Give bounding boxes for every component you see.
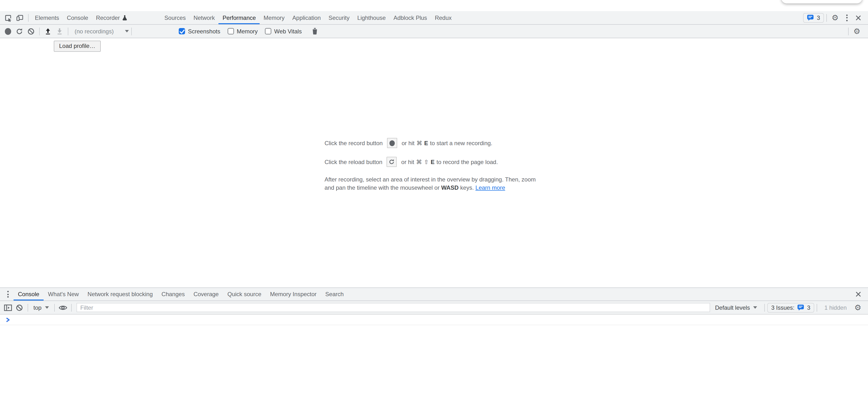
save-profile-button[interactable]	[54, 25, 65, 37]
divider	[131, 27, 132, 35]
console-issues-button[interactable]: 3 Issues: 3	[767, 303, 814, 312]
drawer-tabbar: Console What's New Network request block…	[0, 287, 868, 301]
load-profile-tooltip: Load profile…	[54, 41, 100, 52]
memory-checkbox-group[interactable]: Memory	[227, 28, 258, 35]
tab-label: Security	[329, 14, 349, 21]
inspect-element-button[interactable]	[2, 12, 14, 24]
drawer-tab-network-request-blocking[interactable]: Network request blocking	[83, 288, 157, 301]
settings-gear-icon: ⚙	[855, 304, 862, 311]
divider	[826, 14, 827, 22]
record-and-reload-button[interactable]	[13, 25, 25, 37]
instruction-text: Click the reload button	[324, 159, 382, 165]
drawer-tab-coverage[interactable]: Coverage	[189, 288, 223, 301]
log-levels-select[interactable]: Default levels	[715, 304, 757, 311]
tab-recorder[interactable]: Recorder	[92, 11, 131, 24]
drawer-tab-changes[interactable]: Changes	[157, 288, 189, 301]
tab-label: Redux	[435, 14, 452, 21]
console-settings-button[interactable]: ⚙	[852, 302, 864, 313]
checkbox-label: Web Vitals	[274, 28, 302, 35]
tab-label: What's New	[48, 291, 79, 298]
divider	[28, 304, 28, 311]
recordings-select-value: (no recordings)	[74, 28, 114, 35]
more-options-button[interactable]	[841, 12, 852, 24]
tab-network[interactable]: Network	[190, 11, 219, 24]
performance-panel: Load profile… Click the record button or…	[0, 38, 868, 287]
drawer-more-tabs-button[interactable]	[2, 289, 13, 300]
divider	[54, 304, 55, 311]
tab-label: Sources	[164, 14, 186, 21]
tab-application[interactable]: Application	[288, 11, 324, 24]
tab-console[interactable]: Console	[63, 11, 92, 24]
close-devtools-button[interactable]	[852, 12, 864, 24]
device-toolbar-icon	[16, 14, 24, 22]
memory-checkbox[interactable]	[227, 28, 234, 34]
inline-record-button[interactable]	[387, 138, 397, 148]
instruction-text: Click the record button	[324, 140, 383, 146]
recordings-select[interactable]: (no recordings)	[74, 28, 129, 35]
web-vitals-checkbox[interactable]	[265, 28, 271, 34]
tab-security[interactable]: Security	[324, 11, 353, 24]
tab-memory[interactable]: Memory	[259, 11, 288, 24]
devtools-window: Elements Console Recorder Sources Networ…	[0, 0, 868, 406]
console-filter-input[interactable]	[76, 303, 710, 312]
issues-counter-button[interactable]: 3	[803, 13, 824, 23]
show-console-sidebar-button[interactable]	[2, 302, 13, 313]
console-messages-area	[0, 314, 868, 406]
close-icon	[855, 14, 862, 21]
tab-redux[interactable]: Redux	[431, 11, 455, 24]
record-button[interactable]	[2, 25, 13, 37]
checkbox-label: Memory	[237, 28, 258, 35]
checkbox-label: Screenshots	[188, 28, 220, 35]
clear-console-button[interactable]	[13, 302, 25, 313]
tab-label: Console	[18, 291, 39, 298]
tab-adblock-plus[interactable]: Adblock Plus	[390, 11, 431, 24]
learn-more-link[interactable]: Learn more	[475, 184, 505, 191]
shift-key-icon: ⇧	[424, 159, 429, 165]
device-toolbar-button[interactable]	[14, 12, 26, 24]
javascript-context-select[interactable]: top	[33, 304, 49, 311]
tab-label: Changes	[161, 291, 185, 298]
clear-recordings-button[interactable]	[25, 25, 37, 37]
divider	[28, 14, 29, 22]
tab-performance[interactable]: Performance	[219, 11, 259, 24]
drawer-tab-quick-source[interactable]: Quick source	[223, 288, 266, 301]
tab-label: Lighthouse	[357, 14, 385, 21]
drawer-tab-memory-inspector[interactable]: Memory Inspector	[266, 288, 321, 301]
tab-label: Adblock Plus	[394, 14, 427, 21]
chevron-down-icon	[753, 306, 757, 309]
settings-button[interactable]: ⚙	[829, 12, 841, 24]
tab-label: Memory Inspector	[270, 291, 316, 298]
screenshots-checkbox[interactable]	[179, 28, 185, 34]
tab-lighthouse[interactable]: Lighthouse	[353, 11, 390, 24]
tab-label: Network	[193, 14, 215, 21]
record-icon	[5, 28, 11, 35]
more-vertical-icon	[846, 14, 847, 21]
inline-reload-button[interactable]	[387, 157, 397, 167]
drawer-tab-search[interactable]: Search	[321, 288, 348, 301]
key-e: E	[431, 159, 434, 165]
tab-label: Network request blocking	[87, 291, 153, 298]
capture-settings-button[interactable]: ⚙	[851, 25, 863, 37]
log-levels-value: Default levels	[715, 304, 750, 311]
divider	[848, 27, 848, 35]
garbage-collect-button[interactable]	[309, 25, 321, 37]
drawer-tab-console[interactable]: Console	[13, 288, 43, 301]
drawer-tab-whats-new[interactable]: What's New	[43, 288, 83, 301]
screenshots-checkbox-group[interactable]: Screenshots	[179, 28, 220, 35]
issues-speech-bubble-icon	[798, 304, 804, 311]
console-prompt[interactable]	[0, 314, 868, 325]
instruction-text: to start a new recording.	[430, 140, 492, 146]
tab-label: Quick source	[227, 291, 261, 298]
hidden-messages-label: 1 hidden	[825, 304, 847, 311]
load-profile-button[interactable]	[42, 25, 54, 37]
cmd-key-icon: ⌘	[416, 159, 422, 165]
close-drawer-button[interactable]	[852, 289, 864, 300]
web-vitals-checkbox-group[interactable]: Web Vitals	[265, 28, 302, 35]
tab-elements[interactable]: Elements	[31, 11, 63, 24]
trash-icon	[311, 28, 318, 35]
prompt-chevron-icon	[6, 317, 10, 322]
tab-label: Application	[292, 14, 321, 21]
performance-empty-state: Click the record button or hit ⌘ E to st…	[324, 138, 545, 192]
tab-sources[interactable]: Sources	[161, 11, 190, 24]
create-live-expression-button[interactable]	[57, 302, 68, 313]
